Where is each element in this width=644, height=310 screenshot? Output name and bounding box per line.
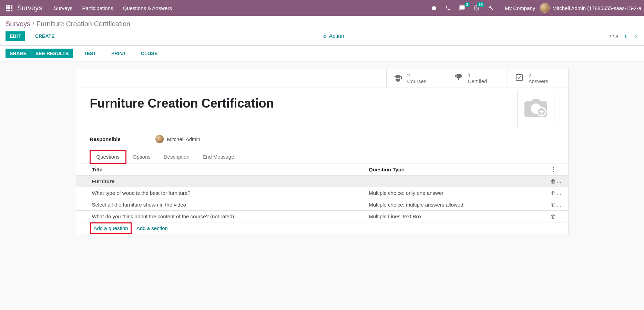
- create-button[interactable]: CREATE: [31, 31, 59, 41]
- share-button[interactable]: SHARE: [6, 49, 31, 58]
- stat-certified-label: Certified: [468, 79, 487, 84]
- messages-badge: 2: [464, 2, 470, 7]
- brand: Surveys: [15, 4, 48, 12]
- print-button[interactable]: PRINT: [107, 49, 130, 58]
- row-type: Multiple choice: only one answer: [365, 187, 547, 199]
- close-button[interactable]: CLOSE: [137, 49, 162, 58]
- mini-avatar: [155, 135, 164, 143]
- stat-answers-num: 2: [529, 73, 549, 79]
- field-responsible: Responsible Mitchell Admin: [90, 135, 554, 143]
- stat-courses-label: Courses: [407, 79, 427, 84]
- page-title: Furniture Creation Certification: [90, 96, 554, 111]
- section-title: Furniture: [76, 176, 547, 187]
- responsible-label: Responsible: [90, 136, 155, 142]
- table-row[interactable]: What do you think about the content of t…: [76, 211, 568, 222]
- row-type: Multiple choice: multiple answers allowe…: [365, 199, 547, 211]
- tab-description[interactable]: Description: [157, 150, 196, 163]
- tab-options[interactable]: Options: [126, 150, 157, 163]
- breadcrumb: Surveys / Furniture Creation Certificati…: [6, 20, 638, 28]
- topbar: Surveys Surveys Participations Questions…: [0, 0, 644, 16]
- col-more[interactable]: ⋮: [547, 163, 568, 176]
- pager-text: 2 / 8: [608, 33, 618, 39]
- trash-icon[interactable]: 🗑: [551, 202, 556, 208]
- camera-icon: [523, 98, 548, 119]
- avatar: [540, 3, 550, 13]
- nav-surveys[interactable]: Surveys: [54, 5, 72, 11]
- tab-questions[interactable]: Questions: [90, 150, 126, 163]
- add-row: Add a question Add a section: [76, 222, 568, 234]
- stat-answers-label: Answers: [529, 79, 549, 84]
- stat-boxes: 2 Courses 1 Certified 2 Answ: [76, 69, 568, 88]
- pager: 2 / 8 ‹ ›: [608, 32, 638, 41]
- row-menu-icon[interactable]: …: [556, 202, 562, 208]
- row-type: Multiple Lines Text Box: [365, 211, 547, 222]
- breadcrumb-sep: /: [32, 20, 34, 28]
- user-menu[interactable]: Mitchell Admin (17885655-saas-15-2-a: [540, 3, 641, 13]
- gear-icon: ⚙: [323, 34, 327, 39]
- user-name: Mitchell Admin (17885655-saas-15-2-a: [552, 5, 641, 11]
- pager-next-icon[interactable]: ›: [633, 32, 638, 41]
- top-icons: 2 39: [431, 5, 494, 11]
- breadcrumb-current: Furniture Creation Certification: [37, 20, 130, 28]
- tabs: Questions Options Description End Messag…: [76, 150, 568, 163]
- secondary-bar: SHARE SEE RESULTS TEST PRINT CLOSE: [0, 46, 644, 61]
- breadcrumb-root[interactable]: Surveys: [6, 20, 30, 28]
- stat-courses-num: 2: [407, 73, 427, 79]
- row-title: What type of wood is the best for furnit…: [76, 187, 366, 199]
- row-title: Select all the furniture shown in the vi…: [76, 199, 366, 211]
- activity-badge: 39: [477, 2, 484, 7]
- bug-icon[interactable]: [431, 5, 437, 11]
- trash-icon[interactable]: 🗑: [551, 178, 556, 184]
- check-icon: [515, 73, 524, 84]
- apps-icon[interactable]: [3, 5, 15, 11]
- nav-questions-answers[interactable]: Questions & Answers: [123, 5, 172, 11]
- phone-icon[interactable]: [445, 5, 451, 11]
- row-menu-icon[interactable]: …: [556, 190, 562, 196]
- edit-button[interactable]: EDIT: [6, 31, 25, 41]
- section-row[interactable]: Furniture 🗑…: [76, 176, 568, 187]
- row-menu-icon[interactable]: …: [556, 213, 562, 219]
- stat-answers[interactable]: 2 Answers: [508, 69, 568, 88]
- questions-table: Title Question Type ⋮ Furniture 🗑… What …: [76, 163, 568, 234]
- form-sheet: 2 Courses 1 Certified 2 Answ: [76, 69, 569, 234]
- stat-certified[interactable]: 1 Certified: [447, 69, 508, 88]
- responsible-value[interactable]: Mitchell Admin: [155, 135, 201, 143]
- table-row[interactable]: Select all the furniture shown in the vi…: [76, 199, 568, 211]
- top-nav: Surveys Participations Questions & Answe…: [54, 5, 172, 11]
- nav-participations[interactable]: Participations: [82, 5, 113, 11]
- table-row[interactable]: What type of wood is the best for furnit…: [76, 187, 568, 199]
- pager-prev-icon[interactable]: ‹: [623, 32, 628, 41]
- see-results-button[interactable]: SEE RESULTS: [31, 49, 73, 58]
- control-bar: Surveys / Furniture Creation Certificati…: [0, 16, 644, 46]
- add-section-link[interactable]: Add a section: [136, 225, 168, 231]
- action-label: Action: [329, 33, 344, 39]
- tools-icon[interactable]: [488, 5, 494, 11]
- trash-icon[interactable]: 🗑: [551, 190, 556, 196]
- row-menu-icon[interactable]: …: [556, 178, 562, 184]
- company-selector[interactable]: My Company: [505, 5, 535, 11]
- messages-icon[interactable]: 2: [459, 5, 465, 11]
- graduation-icon: [393, 73, 402, 84]
- row-title: What do you think about the content of t…: [76, 211, 366, 222]
- action-dropdown[interactable]: ⚙ Action: [323, 33, 344, 39]
- activity-icon[interactable]: 39: [473, 5, 480, 11]
- trash-icon[interactable]: 🗑: [551, 213, 556, 219]
- test-button[interactable]: TEST: [80, 49, 100, 58]
- responsible-name: Mitchell Admin: [167, 136, 201, 142]
- trophy-icon: [454, 73, 463, 84]
- stat-courses[interactable]: 2 Courses: [386, 69, 447, 88]
- stat-certified-num: 1: [468, 73, 487, 79]
- tab-end-message[interactable]: End Message: [196, 150, 241, 163]
- image-placeholder[interactable]: [517, 90, 554, 127]
- add-question-link[interactable]: Add a question: [92, 224, 130, 232]
- col-type: Question Type: [365, 163, 547, 176]
- col-title: Title: [76, 163, 366, 176]
